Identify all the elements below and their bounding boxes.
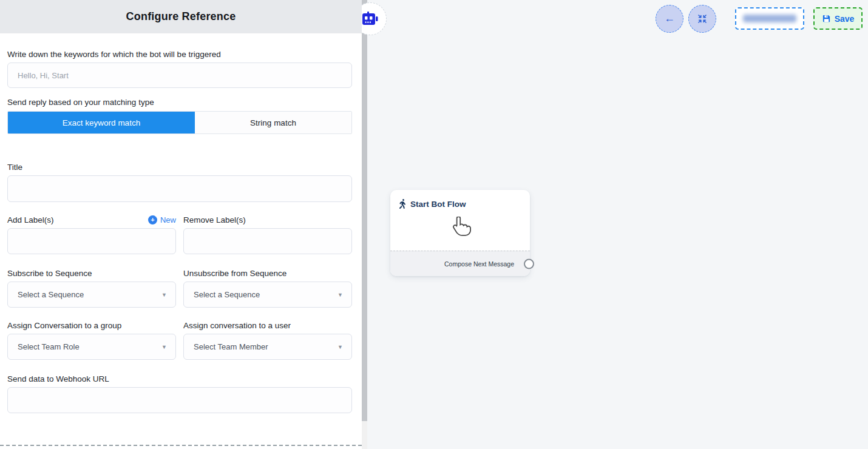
- plus-icon: +: [148, 215, 157, 224]
- assign-group-select[interactable]: Select Team Role ▼: [7, 334, 176, 360]
- robot-icon: [362, 12, 378, 26]
- unsubscribe-sequence-label: Unsubscribe from Sequence: [183, 269, 352, 278]
- matching-type-label: Send reply based on your matching type: [7, 98, 352, 107]
- hand-pointer-cursor-icon: [450, 217, 471, 241]
- save-floppy-icon: [822, 14, 831, 23]
- blurred-button[interactable]: [735, 7, 804, 30]
- node-footer: Compose Next Message: [390, 251, 530, 276]
- add-labels-input[interactable]: [7, 228, 176, 254]
- walking-person-icon: [399, 199, 406, 209]
- panel-title: Configure Reference: [126, 10, 236, 23]
- subscribe-sequence-select[interactable]: Select a Sequence ▼: [7, 282, 176, 308]
- compose-next-message-label: Compose Next Message: [444, 260, 514, 268]
- matching-type-toggle: Exact keyword match String match: [7, 111, 352, 134]
- assign-user-select[interactable]: Select Team Member ▼: [183, 334, 352, 360]
- caret-down-icon: ▼: [161, 344, 167, 350]
- title-label: Title: [7, 163, 352, 172]
- node-title: Start Bot Flow: [410, 200, 466, 209]
- remove-labels-input[interactable]: [183, 228, 352, 254]
- assign-labels-row: Assign Conversation to a group Assign co…: [7, 321, 352, 330]
- save-button-label: Save: [835, 14, 855, 24]
- toggle-string-match[interactable]: String match: [195, 112, 351, 133]
- caret-down-icon: ▼: [161, 292, 167, 298]
- subscribe-sequence-label: Subscribe to Sequence: [7, 269, 176, 278]
- save-button[interactable]: Save: [813, 7, 863, 30]
- panel-header: Configure Reference: [0, 0, 362, 33]
- connection-handle[interactable]: [524, 258, 534, 269]
- labels-row: Add Label(s) + New Remove Label(s): [7, 215, 352, 224]
- webhook-input[interactable]: [7, 387, 352, 413]
- unsubscribe-sequence-select[interactable]: Select a Sequence ▼: [183, 282, 352, 308]
- caret-down-icon: ▼: [337, 344, 343, 350]
- title-input[interactable]: [7, 175, 352, 202]
- arrow-left-icon: ←: [664, 12, 675, 25]
- panel-scrollbar: [362, 0, 367, 449]
- webhook-label: Send data to Webhook URL: [7, 374, 352, 383]
- sequence-labels-row: Subscribe to Sequence Unsubscribe from S…: [7, 269, 352, 278]
- blurred-label: [743, 15, 796, 22]
- add-labels-label: Add Label(s): [7, 215, 54, 224]
- caret-down-icon: ▼: [337, 292, 343, 298]
- keywords-label: Write down the keywords for which the bo…: [7, 50, 352, 59]
- fit-view-button[interactable]: [688, 5, 716, 33]
- scrollbar-thumb[interactable]: [362, 0, 367, 421]
- back-button[interactable]: ←: [656, 5, 683, 33]
- toggle-exact-keyword-match[interactable]: Exact keyword match: [8, 112, 195, 133]
- new-label-text: New: [160, 215, 176, 224]
- assign-user-label: Assign conversation to a user: [183, 321, 352, 330]
- configure-reference-panel: Configure Reference Write down the keywo…: [0, 0, 362, 449]
- start-bot-flow-node[interactable]: Start Bot Flow Compose Next Message: [390, 190, 530, 276]
- new-label-button[interactable]: + New: [148, 215, 176, 224]
- node-header: Start Bot Flow: [390, 190, 530, 209]
- keywords-input[interactable]: [7, 62, 352, 88]
- assign-group-label: Assign Conversation to a group: [7, 321, 176, 330]
- panel-body: Write down the keywords for which the bo…: [0, 50, 362, 413]
- panel-bottom-divider: [0, 445, 362, 446]
- remove-labels-label: Remove Label(s): [183, 215, 352, 224]
- compress-arrows-icon: [697, 13, 708, 24]
